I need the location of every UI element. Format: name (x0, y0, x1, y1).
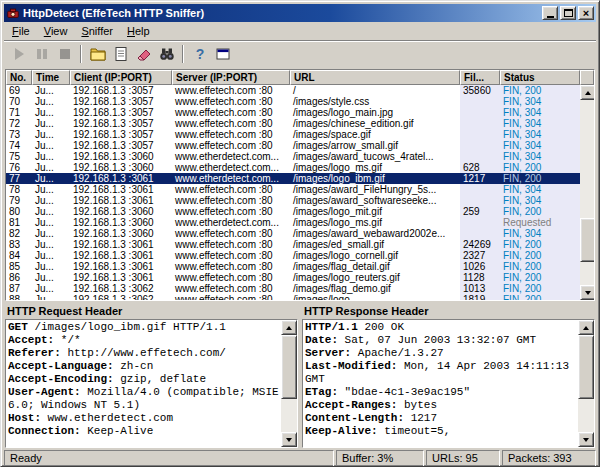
header-line: Accept-Encoding: gzip, deflate (8, 373, 279, 386)
start-sniffer-button[interactable] (7, 43, 30, 65)
list-body: 69Ju...192.168.1.3 :3057www.effetech.com… (6, 85, 594, 300)
scroll-up-button[interactable] (580, 85, 594, 100)
title-bar[interactable]: HttpDetect (EffeTech HTTP Sniffer) × (4, 4, 596, 22)
request-row-82[interactable]: 82Ju...192.168.1.3 :3060www.effetech.com… (6, 228, 580, 239)
request-row-83[interactable]: 83Ju...192.168.1.3 :3061www.effetech.com… (6, 239, 580, 250)
column-header-time[interactable]: Time (32, 70, 70, 85)
menu-view[interactable]: View (37, 23, 75, 39)
cell-url: /images/logo_... (290, 294, 460, 300)
request-row-86[interactable]: 86Ju...192.168.1.3 :3061www.effetech.com… (6, 272, 580, 283)
menu-help[interactable]: Help (120, 23, 157, 39)
cell-time: Ju... (32, 151, 70, 162)
cell-no: 80 (6, 206, 32, 217)
scrollbar-track[interactable] (580, 100, 594, 285)
request-panel-scrollbar[interactable] (281, 320, 297, 447)
list-scrollbar[interactable] (580, 85, 594, 300)
cell-client: 192.168.1.3 :3061 (70, 250, 172, 261)
cell-size (460, 195, 500, 206)
play-icon (11, 46, 27, 62)
column-header-status[interactable]: Status (500, 70, 580, 85)
cell-client: 192.168.1.3 :3061 (70, 195, 172, 206)
maximize-button[interactable] (560, 6, 576, 20)
window-icon (215, 46, 231, 62)
request-row-70[interactable]: 70Ju...192.168.1.3 :3057www.effetech.com… (6, 96, 580, 107)
scroll-down-button[interactable] (580, 285, 594, 300)
window-title: HttpDetect (EffeTech HTTP Sniffer) (23, 7, 540, 19)
cell-size (460, 107, 500, 118)
scroll-down-button[interactable] (578, 432, 594, 447)
scrollbar-track[interactable] (578, 335, 594, 432)
about-button[interactable] (211, 43, 234, 65)
cell-url: /images/arrow_small.gif (290, 140, 460, 151)
cell-size: 1128 (460, 272, 500, 283)
request-row-81[interactable]: 81Ju...192.168.1.3 :3060www.etherdetect.… (6, 217, 580, 228)
cell-status: FIN, 200 (500, 239, 580, 250)
header-line: HTTP/1.1 200 OK (305, 321, 576, 334)
request-row-76[interactable]: 76Ju...192.168.1.3 :3060www.etherdetect.… (6, 162, 580, 173)
request-row-74[interactable]: 74Ju...192.168.1.3 :3057www.effetech.com… (6, 140, 580, 151)
cell-client: 192.168.1.3 :3060 (70, 217, 172, 228)
cell-no: 70 (6, 96, 32, 107)
scrollbar-thumb[interactable] (578, 335, 594, 399)
cell-no: 78 (6, 184, 32, 195)
request-row-80[interactable]: 80Ju...192.168.1.3 :3060www.effetech.com… (6, 206, 580, 217)
request-row-84[interactable]: 84Ju...192.168.1.3 :3061www.effetech.com… (6, 250, 580, 261)
view-log-button[interactable] (109, 43, 132, 65)
request-row-71[interactable]: 71Ju...192.168.1.3 :3057www.effetech.com… (6, 107, 580, 118)
scroll-up-button[interactable] (578, 320, 594, 335)
request-row-72[interactable]: 72Ju...192.168.1.3 :3057www.effetech.com… (6, 118, 580, 129)
toolbar-separator (80, 45, 82, 63)
column-header-fil[interactable]: Fil... (460, 70, 500, 85)
request-row-78[interactable]: 78Ju...192.168.1.3 :3061www.effetech.com… (6, 184, 580, 195)
minimize-button[interactable] (542, 6, 558, 20)
cell-url: /images/chinese_edition.gif (290, 118, 460, 129)
open-log-button[interactable] (86, 43, 109, 65)
cell-client: 192.168.1.3 :3057 (70, 129, 172, 140)
request-row-77[interactable]: 77Ju...192.168.1.3 :3061www.etherdetect.… (6, 173, 580, 184)
column-header-clientipport[interactable]: Client (IP:PORT) (70, 70, 172, 85)
folder-open-icon (90, 46, 106, 62)
help-button[interactable] (188, 43, 211, 65)
request-row-73[interactable]: 73Ju...192.168.1.3 :3057www.effetech.com… (6, 129, 580, 140)
menu-file[interactable]: File (5, 23, 37, 39)
scroll-up-button[interactable] (281, 320, 297, 335)
column-header-url[interactable]: URL (290, 70, 460, 85)
cell-time: Ju... (32, 96, 70, 107)
stop-sniffer-button[interactable] (53, 43, 76, 65)
header-line: Date: Sat, 07 Jun 2003 13:32:07 GMT (305, 334, 576, 347)
cell-status: FIN, 200 (500, 294, 580, 300)
cell-time: Ju... (32, 107, 70, 118)
eraser-icon (136, 46, 152, 62)
header-line: User-Agent: Mozilla/4.0 (compatible; MSI… (8, 386, 279, 412)
menu-sniffer[interactable]: Sniffer (74, 23, 120, 39)
status-urls: URLs: 95 (426, 450, 500, 467)
find-button[interactable] (155, 43, 178, 65)
response-panel-scrollbar[interactable] (578, 320, 594, 447)
cell-server: www.effetech.com :80 (172, 85, 290, 96)
erase-button[interactable] (132, 43, 155, 65)
scroll-down-button[interactable] (281, 432, 297, 447)
request-row-69[interactable]: 69Ju...192.168.1.3 :3057www.effetech.com… (6, 85, 580, 96)
request-row-87[interactable]: 87Ju...192.168.1.3 :3062www.effetech.com… (6, 283, 580, 294)
request-row-85[interactable]: 85Ju...192.168.1.3 :3061www.effetech.com… (6, 261, 580, 272)
cell-url: /images/flag_detail.gif (290, 261, 460, 272)
request-row-79[interactable]: 79Ju...192.168.1.3 :3061www.effetech.com… (6, 195, 580, 206)
maximize-icon (564, 9, 573, 17)
column-header-serveripport[interactable]: Server (IP:PORT) (172, 70, 290, 85)
scrollbar-thumb[interactable] (281, 335, 297, 399)
cell-size: 24269 (460, 239, 500, 250)
request-row-88[interactable]: 88Ju...192.168.1.3 :3062www.effetech.com… (6, 294, 580, 300)
scrollbar-track[interactable] (281, 335, 297, 432)
pause-sniffer-button[interactable] (30, 43, 53, 65)
cell-no: 84 (6, 250, 32, 261)
request-row-75[interactable]: 75Ju...192.168.1.3 :3060www.etherdetect.… (6, 151, 580, 162)
status-bar: Ready Buffer: 3% URLs: 95 Packets: 393 (4, 448, 596, 467)
status-packets: Packets: 393 (502, 450, 596, 467)
scrollbar-thumb[interactable] (580, 218, 594, 262)
close-button[interactable]: × (578, 6, 594, 20)
cell-time: Ju... (32, 206, 70, 217)
column-header-no[interactable]: No. (6, 70, 32, 85)
cell-size (460, 151, 500, 162)
list-header: No.TimeClient (IP:PORT)Server (IP:PORT)U… (6, 70, 594, 85)
cell-size: 259 (460, 206, 500, 217)
